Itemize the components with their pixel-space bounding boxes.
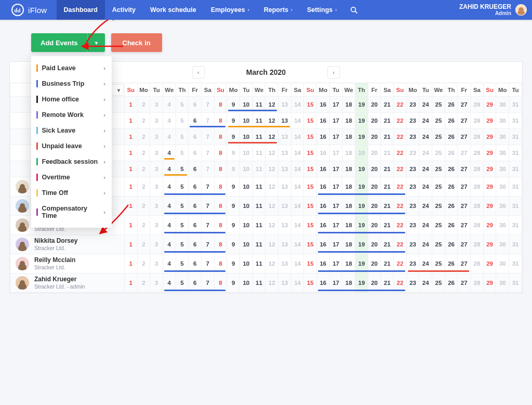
date-cell[interactable]: 21 bbox=[381, 113, 394, 129]
date-cell[interactable]: 10 bbox=[240, 197, 253, 216]
date-cell[interactable]: 19 bbox=[355, 177, 368, 197]
date-cell[interactable]: 8 bbox=[214, 129, 227, 145]
date-cell[interactable]: 31 bbox=[509, 273, 522, 293]
date-cell[interactable]: 18 bbox=[342, 177, 355, 197]
date-cell[interactable]: 5 bbox=[176, 145, 189, 161]
date-cell[interactable]: 6 bbox=[189, 216, 202, 235]
event-option-home-office[interactable]: Home office› bbox=[31, 92, 112, 107]
date-cell[interactable]: 1 bbox=[124, 254, 137, 273]
date-cell[interactable]: 3 bbox=[150, 216, 163, 235]
date-cell[interactable]: 3 bbox=[150, 145, 163, 161]
date-cell[interactable]: 7 bbox=[201, 216, 214, 235]
date-cell[interactable]: 17 bbox=[329, 216, 342, 235]
date-cell[interactable]: 29 bbox=[483, 273, 496, 293]
date-cell[interactable]: 22 bbox=[394, 97, 407, 113]
date-cell[interactable]: 14 bbox=[291, 145, 304, 161]
date-cell[interactable]: 2 bbox=[137, 129, 150, 145]
date-cell[interactable]: 5 bbox=[176, 129, 189, 145]
date-cell[interactable]: 21 bbox=[381, 197, 394, 216]
date-cell[interactable]: 30 bbox=[496, 161, 509, 177]
date-cell[interactable]: 6 bbox=[189, 129, 202, 145]
date-cell[interactable]: 29 bbox=[483, 113, 496, 129]
date-cell[interactable]: 22 bbox=[394, 235, 407, 254]
nav-item-settings[interactable]: Settings› bbox=[300, 0, 344, 20]
date-cell[interactable]: 23 bbox=[406, 161, 419, 177]
date-cell[interactable]: 20 bbox=[368, 197, 381, 216]
date-cell[interactable]: 10 bbox=[240, 129, 253, 145]
prev-month-button[interactable]: ‹ bbox=[192, 66, 205, 79]
nav-item-employees[interactable]: Employees› bbox=[204, 0, 257, 20]
date-cell[interactable]: 30 bbox=[496, 113, 509, 129]
date-cell[interactable]: 14 bbox=[291, 254, 304, 273]
date-cell[interactable]: 10 bbox=[240, 97, 253, 113]
date-cell[interactable]: 20 bbox=[368, 97, 381, 113]
date-cell[interactable]: 12 bbox=[265, 161, 278, 177]
date-cell[interactable]: 26 bbox=[445, 216, 458, 235]
date-cell[interactable]: 14 bbox=[291, 161, 304, 177]
date-cell[interactable]: 19 bbox=[355, 113, 368, 129]
date-cell[interactable]: 24 bbox=[419, 197, 432, 216]
date-cell[interactable]: 30 bbox=[496, 235, 509, 254]
date-cell[interactable]: 4 bbox=[163, 113, 176, 129]
date-cell[interactable]: 12 bbox=[265, 273, 278, 293]
date-cell[interactable]: 29 bbox=[483, 177, 496, 197]
date-cell[interactable]: 18 bbox=[342, 216, 355, 235]
date-cell[interactable]: 6 bbox=[189, 97, 202, 113]
date-cell[interactable]: 9 bbox=[227, 254, 240, 273]
date-cell[interactable]: 24 bbox=[419, 145, 432, 161]
date-cell[interactable]: 12 bbox=[265, 129, 278, 145]
date-cell[interactable]: 25 bbox=[432, 113, 445, 129]
date-cell[interactable]: 12 bbox=[265, 177, 278, 197]
date-cell[interactable]: 21 bbox=[381, 235, 394, 254]
event-option-unpaid-leave[interactable]: Unpaid leave› bbox=[31, 138, 112, 154]
date-cell[interactable]: 3 bbox=[150, 177, 163, 197]
date-cell[interactable]: 15 bbox=[304, 216, 317, 235]
date-cell[interactable]: 10 bbox=[240, 177, 253, 197]
date-cell[interactable]: 16 bbox=[317, 197, 330, 216]
date-cell[interactable]: 3 bbox=[150, 161, 163, 177]
date-cell[interactable]: 24 bbox=[419, 273, 432, 293]
date-cell[interactable]: 22 bbox=[394, 254, 407, 273]
event-option-feedback-session[interactable]: Feedback session› bbox=[31, 154, 112, 169]
date-cell[interactable]: 11 bbox=[252, 177, 265, 197]
date-cell[interactable]: 6 bbox=[189, 177, 202, 197]
nav-item-activity[interactable]: Activity bbox=[105, 0, 143, 20]
date-cell[interactable]: 2 bbox=[137, 177, 150, 197]
date-cell[interactable]: 1 bbox=[124, 197, 137, 216]
date-cell[interactable]: 4 bbox=[163, 161, 176, 177]
date-cell[interactable]: 27 bbox=[458, 145, 471, 161]
date-cell[interactable]: 26 bbox=[445, 97, 458, 113]
date-cell[interactable]: 24 bbox=[419, 113, 432, 129]
date-cell[interactable]: 10 bbox=[240, 254, 253, 273]
date-cell[interactable]: 25 bbox=[432, 145, 445, 161]
date-cell[interactable]: 31 bbox=[509, 197, 522, 216]
date-cell[interactable]: 30 bbox=[496, 177, 509, 197]
date-cell[interactable]: 8 bbox=[214, 97, 227, 113]
event-option-remote-work[interactable]: Remote Work› bbox=[31, 107, 112, 123]
date-cell[interactable]: 6 bbox=[189, 254, 202, 273]
date-cell[interactable]: 25 bbox=[432, 254, 445, 273]
date-cell[interactable]: 12 bbox=[265, 216, 278, 235]
date-cell[interactable]: 28 bbox=[471, 216, 484, 235]
date-cell[interactable]: 28 bbox=[471, 235, 484, 254]
header-user-block[interactable]: ZAHID KRUEGER Admin bbox=[459, 4, 527, 16]
date-cell[interactable]: 1 bbox=[124, 216, 137, 235]
date-cell[interactable]: 5 bbox=[176, 177, 189, 197]
date-cell[interactable]: 1 bbox=[124, 145, 137, 161]
date-cell[interactable]: 23 bbox=[406, 129, 419, 145]
date-cell[interactable]: 9 bbox=[227, 197, 240, 216]
date-cell[interactable]: 11 bbox=[252, 273, 265, 293]
date-cell[interactable]: 28 bbox=[471, 97, 484, 113]
date-cell[interactable]: 22 bbox=[394, 129, 407, 145]
date-cell[interactable]: 17 bbox=[329, 273, 342, 293]
date-cell[interactable]: 13 bbox=[278, 145, 291, 161]
date-cell[interactable]: 11 bbox=[252, 97, 265, 113]
event-option-time-off[interactable]: Time Off› bbox=[31, 185, 112, 201]
date-cell[interactable]: 3 bbox=[150, 254, 163, 273]
date-cell[interactable]: 26 bbox=[445, 235, 458, 254]
date-cell[interactable]: 23 bbox=[406, 177, 419, 197]
date-cell[interactable]: 27 bbox=[458, 216, 471, 235]
date-cell[interactable]: 27 bbox=[458, 129, 471, 145]
date-cell[interactable]: 15 bbox=[304, 235, 317, 254]
date-cell[interactable]: 15 bbox=[304, 97, 317, 113]
